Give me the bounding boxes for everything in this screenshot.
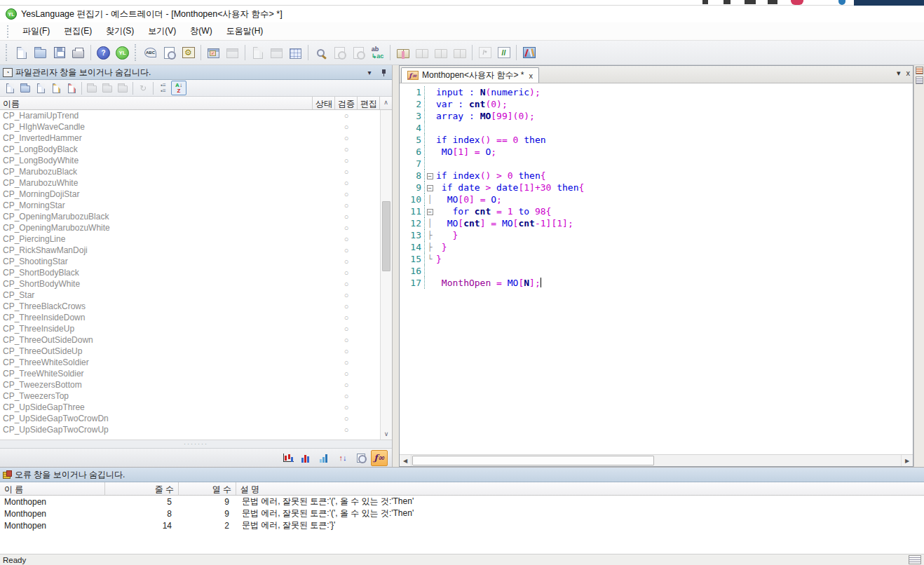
error-row[interactable]: Monthopen59문법 에러, 잘못된 토큰:'(', 올 수 있는 것:'…	[0, 496, 924, 508]
tab-indicator[interactable]	[280, 450, 297, 466]
options-button[interactable]	[519, 43, 538, 62]
yeslanguage-button[interactable]: YL	[113, 43, 132, 62]
delete-doc-button[interactable]	[64, 81, 79, 95]
tab-search[interactable]	[353, 450, 369, 466]
file-list-row[interactable]: CP_UpSideGapThree○	[0, 402, 380, 413]
file-list-row[interactable]: CP_ThreeInsideDown○	[0, 312, 380, 323]
help-button[interactable]: ?	[94, 43, 113, 62]
fold-marker-icon[interactable]: −	[425, 170, 435, 182]
scroll-left-button[interactable]: ◀	[400, 455, 412, 466]
code-line[interactable]: 16	[400, 265, 913, 277]
rename-doc-button[interactable]	[48, 81, 64, 95]
new-doc-button[interactable]	[2, 81, 18, 95]
menu-item[interactable]: 찾기(S)	[99, 22, 141, 40]
file-list-row[interactable]: CP_ThreeInsideUp○	[0, 323, 380, 334]
code-line[interactable]: 6 MO[1] = O;	[400, 146, 913, 158]
code-line[interactable]: 3array : MO[99](0);	[400, 110, 913, 122]
print-button[interactable]	[69, 43, 88, 62]
menu-item[interactable]: 편집(E)	[57, 22, 99, 40]
panel-splitter[interactable]	[393, 65, 399, 467]
file-list-row[interactable]: CP_HaramiUpTrend○	[0, 110, 380, 121]
tab-system[interactable]	[298, 450, 315, 466]
file-list-row[interactable]: CP_LongBodyBlack○	[0, 144, 380, 155]
table-delete-button[interactable]	[267, 43, 286, 62]
file-list-row[interactable]: CP_MorningDojiStar○	[0, 189, 380, 200]
docked-output-icon[interactable]	[916, 67, 923, 74]
scroll-up-button[interactable]: ∧	[380, 97, 392, 109]
code-line[interactable]: 4	[400, 122, 913, 134]
file-list-row[interactable]: CP_ShootingStar○	[0, 256, 380, 267]
dropdown-arrow-icon[interactable]: ▾	[364, 67, 375, 78]
new-file-button[interactable]	[12, 43, 31, 62]
file-list-row[interactable]: CP_ThreeOutSideUp○	[0, 346, 380, 357]
fold-marker-icon[interactable]: −	[425, 205, 435, 217]
file-list-row[interactable]: CP_TreeWhiteSoldier○	[0, 368, 380, 379]
file-list-row[interactable]: CP_UpSideGapTwoCrowUp○	[0, 424, 380, 435]
tab-signal[interactable]	[316, 450, 333, 466]
panel-drag-handle[interactable]: ·······	[0, 440, 392, 448]
file-list-row[interactable]: CP_PiercingLine○	[0, 233, 380, 245]
scrollbar-thumb[interactable]	[382, 201, 390, 271]
error-row[interactable]: Monthopen142문법 에러, 잘못된 토큰:'}'	[0, 519, 924, 531]
lock-2-button[interactable]	[100, 81, 115, 95]
file-list-row[interactable]: CP_ShortBodyWhite○	[0, 278, 380, 290]
file-list-row[interactable]: CP_ThreeOutSideDown○	[0, 334, 380, 346]
code-line[interactable]: 7	[400, 158, 913, 170]
code-line[interactable]: 12│ MO[cnt] = MO[cnt-1][1];	[400, 217, 913, 229]
view-toggle-button[interactable]: ▪≡▪≡	[156, 81, 171, 95]
column-err-name[interactable]: 이 름	[0, 482, 105, 495]
code-line[interactable]: 15└}	[400, 253, 913, 265]
grid-button[interactable]	[286, 43, 305, 62]
error-row[interactable]: Monthopen89문법 에러, 잘못된 토큰:'(', 올 수 있는 것:'…	[0, 508, 924, 519]
column-verify[interactable]: 검증	[335, 97, 358, 109]
code-line[interactable]: 13├ }	[400, 229, 913, 241]
code-line[interactable]: 9− if date > date[1]+30 then{	[400, 182, 913, 193]
tab-list-dropdown-icon[interactable]: ▾	[897, 69, 901, 78]
tab-close-icon[interactable]: x	[529, 72, 533, 80]
code-line[interactable]: 1input : N(numeric);	[400, 86, 913, 98]
comment-block-button[interactable]: /*	[475, 43, 494, 62]
open-file-button[interactable]	[31, 43, 50, 62]
column-name[interactable]: 이름	[0, 97, 313, 109]
hscrollbar-thumb[interactable]	[412, 456, 654, 465]
column-status[interactable]: 상태	[313, 97, 335, 109]
code-line[interactable]: 14├ }	[400, 241, 913, 253]
verify-button[interactable]: ABC	[141, 43, 160, 62]
file-list-row[interactable]: CP_MorningStar○	[0, 200, 380, 211]
manual-open-button[interactable]	[393, 43, 412, 62]
file-list-scrollbar[interactable]: ∨	[380, 110, 392, 440]
code-line[interactable]: 5if index() == 0 then	[400, 134, 913, 146]
code-line[interactable]: 8−if index() > 0 then{	[400, 170, 913, 182]
column-err-line[interactable]: 줄 수	[105, 482, 179, 495]
file-list-row[interactable]: CP_OpeningMarubozuBlack○	[0, 211, 380, 222]
tab-function[interactable]: ƒ∞	[371, 450, 388, 466]
report-doc-button[interactable]	[248, 43, 267, 62]
lock-1-button[interactable]	[84, 81, 100, 95]
scroll-right-button[interactable]: ▶	[901, 455, 913, 466]
lock-3-button[interactable]	[115, 81, 130, 95]
menu-item[interactable]: 도움말(H)	[219, 22, 271, 40]
file-list-row[interactable]: CP_LongBodyWhite○	[0, 155, 380, 166]
column-edit[interactable]: 편집	[358, 97, 380, 109]
docked-result-icon[interactable]	[916, 76, 923, 84]
file-list-row[interactable]: CP_MarubozuBlack○	[0, 166, 380, 177]
scroll-down-button[interactable]: ∨	[381, 428, 392, 440]
editor-tab-monthopen[interactable]: ƒ∞ Monthopen<사용자 함수> * x	[401, 67, 539, 83]
file-list-row[interactable]: CP_UpSideGapTwoCrowDn○	[0, 413, 380, 424]
file-list-row[interactable]: CP_OpeningMarubozuWhite○	[0, 222, 380, 233]
column-err-col[interactable]: 열 수	[179, 482, 236, 495]
menu-item[interactable]: 보기(V)	[141, 22, 183, 40]
replace-button[interactable]: ab↳ac	[368, 43, 387, 62]
file-list-row[interactable]: CP_TweezersBottom○	[0, 379, 380, 390]
editor-hscrollbar[interactable]: ◀ ▶	[400, 454, 913, 466]
tab-bar-close-icon[interactable]: x	[906, 69, 911, 78]
open-doc-button[interactable]	[18, 81, 33, 95]
manual-prev-button[interactable]	[412, 43, 431, 62]
file-list-row[interactable]: CP_MarubozuWhite○	[0, 177, 380, 189]
find-next-doc-button[interactable]	[349, 43, 368, 62]
menu-item[interactable]: 창(W)	[183, 22, 219, 40]
file-list-row[interactable]: CP_ShortBodyBlack○	[0, 267, 380, 278]
file-list-row[interactable]: CP_RickShawManDoji○	[0, 245, 380, 256]
file-list-row[interactable]: CP_HIghWaveCandle○	[0, 121, 380, 132]
pin-icon[interactable]	[378, 67, 389, 78]
